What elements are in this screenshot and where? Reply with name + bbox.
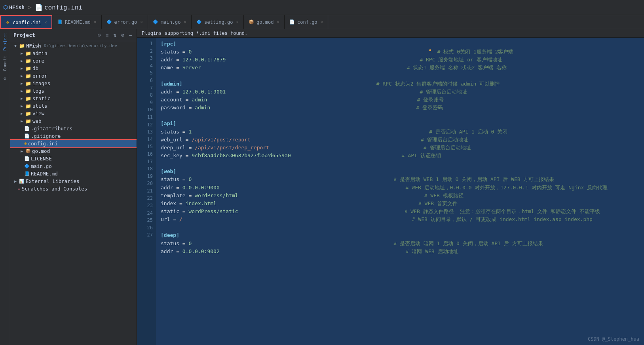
code-val-23: / (179, 215, 182, 223)
tree-item-external-libraries[interactable]: ▶ 📊 External Libraries (10, 177, 137, 185)
tree-item-utils[interactable]: ▶ 📁 utils (10, 102, 137, 110)
code-key-7: addr (161, 88, 173, 96)
editor-content[interactable]: 1 2 3 4 5 6 7 8 9 10 11 12 13 14 15 16 1… (137, 38, 644, 345)
tree-folder-icon-view: 📁 (25, 111, 31, 116)
code-val-13: /api/v1/post/report (192, 136, 251, 144)
code-comment-6: # RPC 状态为2 集群客户端的时候 admin 可以删掉 (376, 80, 500, 88)
tree-item-main-go[interactable]: 🔷 main.go (10, 162, 137, 170)
line-num-16: 16 (137, 151, 153, 158)
code-key-27: addr (161, 248, 173, 255)
code-comment-4: # 状态1 服务端 名称 状态2 客户端 名称 (407, 64, 507, 72)
tree-item-config-ini[interactable]: ⚙ config.ini (10, 140, 137, 147)
tree-toolbar-label: Project (13, 32, 35, 38)
tree-label-images: images (32, 80, 50, 86)
tree-item-core[interactable]: ▶ 📁 core (10, 57, 137, 65)
tree-arrow-external-libraries: ▶ (13, 179, 18, 183)
line-numbers: 1 2 3 4 5 6 7 8 9 10 11 12 13 14 15 16 1… (137, 38, 156, 345)
tree-item-error[interactable]: ▶ 📁 error (10, 72, 137, 80)
code-comment-9: # 登录密码 (416, 104, 443, 112)
tree-toolbar-btn-list[interactable]: ≡ (104, 32, 110, 38)
tree-folder-icon-logs: 📁 (25, 88, 31, 94)
tab-close-go-mod[interactable]: × (277, 19, 279, 25)
tree-toolbar-btn-settings[interactable]: ⚙ (120, 32, 125, 38)
tree-item-gitignore[interactable]: 📄 .gitignore (10, 132, 137, 140)
tree-item-go-mod[interactable]: ▶ 📦 go.mod (10, 147, 137, 155)
tree-item-static[interactable]: ▶ 📁 static (10, 95, 137, 102)
tree-item-images[interactable]: ▶ 📁 images (10, 80, 137, 87)
tree-folder-icon-static: 📁 (25, 96, 31, 101)
tree-label-external-libraries: External Libraries (26, 178, 79, 184)
code-key-22: static (161, 208, 179, 215)
tree-toolbar-btn-add[interactable]: ⊕ (97, 32, 102, 38)
code-val-9: admin (195, 104, 210, 112)
line-num-9: 9 (137, 99, 153, 107)
code-key-15: sec_key (161, 152, 182, 160)
code-comment-26: # 是否启动 暗网 1 启动 0 关闭，启动 API 后 方可上报结果 (393, 240, 543, 248)
line-num-27: 27 (137, 231, 153, 239)
tree-item-view[interactable]: ▶ 📁 view (10, 110, 137, 117)
tree-item-db[interactable]: ▶ 📁 db (10, 65, 137, 72)
code-val-8: admin (192, 96, 207, 104)
tree-item-license[interactable]: 📄 LICENSE (10, 155, 137, 162)
tree-item-scratches-consoles[interactable]: ✏ Scratches and Consoles (10, 185, 137, 193)
code-area[interactable]: [rpc]status = 0● # 模式 0关闭 1服务端 2客户端addr … (156, 38, 644, 345)
line-num-18: 18 (137, 165, 153, 173)
sidebar-icon-project[interactable]: Project (2, 31, 8, 52)
tree-item-admin[interactable]: ▶ 📁 admin (10, 50, 137, 57)
code-val-26: 0 (188, 240, 192, 248)
line-num-22: 22 (137, 194, 153, 202)
line-num-21: 21 (137, 187, 153, 195)
line-num-17: 17 (137, 158, 153, 166)
tree-file-icon-config-ini: ⚙ (24, 141, 27, 146)
tree-toolbar-btn-collapse[interactable]: — (128, 32, 133, 38)
tab-conf-go[interactable]: 📄 conf.go × (285, 15, 328, 29)
code-key-8: account (161, 96, 182, 104)
tree-content: ▼ 📁 HFish D:\gitee-Devolp\security-dev ▶… (10, 41, 137, 345)
code-key-2: status (161, 48, 179, 56)
tree-toolbar-btn-sort[interactable]: ⇅ (112, 32, 118, 38)
code-val-22: wordPress/static (188, 208, 238, 215)
code-key-3: addr (161, 56, 173, 64)
sidebar-icon-commit[interactable]: Commit (2, 54, 8, 73)
tab-close-config-ini[interactable]: × (44, 20, 47, 25)
tab-setting-go[interactable]: 🔷 setting.go × (192, 15, 244, 29)
line-num-19: 19 (137, 173, 153, 180)
tree-item-logs[interactable]: ▶ 📁 logs (10, 87, 137, 95)
tab-config-ini[interactable]: ⚙ config.ini × (0, 15, 52, 29)
tab-main-go[interactable]: 🔷 main.go × (148, 15, 192, 29)
code-line-1: [rpc] (161, 40, 639, 48)
tree-arrow-hfish: ▼ (13, 44, 18, 48)
code-line-14: deep_url = /api/v1/post/deep_report# 管理后… (161, 144, 639, 152)
tree-arrow-web: ▶ (19, 119, 24, 123)
code-val-15: 9cbf8a4dcb8e30682b927f352d6559a0 (192, 152, 291, 160)
tree-item-hfish-root[interactable]: ▼ 📁 HFish D:\gitee-Devolp\security-dev (10, 42, 137, 50)
tab-label-readme-md: README.md (65, 19, 91, 25)
tab-close-setting-go[interactable]: × (236, 19, 239, 25)
code-comment-21: # WEB 首页文件 (418, 200, 458, 208)
code-line-12: status = 1# 是否启动 API 1 启动 0 关闭 (161, 128, 639, 136)
tab-readme-md[interactable]: 📘 README.md × (52, 15, 102, 29)
code-key-19: addr (161, 184, 173, 192)
tree-item-gitattributes[interactable]: 📄 .gitattributes (10, 125, 137, 132)
code-key-26: status (161, 240, 179, 248)
code-key-13: web_url (161, 136, 182, 144)
code-comment-7: # 管理后台启动地址 (420, 88, 467, 96)
code-val-7: 127.0.0.1:9001 (182, 88, 226, 96)
tab-go-mod[interactable]: 📦 go.mod × (244, 15, 285, 29)
code-line-13: web_url = /api/v1/post/report# 管理后台启动地址 (161, 136, 639, 144)
tab-icon-go-main: 🔷 (153, 19, 158, 25)
tree-file-icon-scratch: ✏ (18, 186, 21, 191)
tab-close-readme-md[interactable]: × (94, 19, 97, 25)
code-line-2: status = 0● # 模式 0关闭 1服务端 2客户端 (161, 48, 639, 56)
tree-item-web[interactable]: ▶ 📁 web (10, 117, 137, 125)
code-section-deep: [deep] (161, 231, 179, 239)
tree-item-readme-md[interactable]: 📘 README.md (10, 170, 137, 177)
sidebar-icon-settings[interactable]: ⚙ (2, 74, 8, 83)
tab-close-error-go[interactable]: × (140, 19, 143, 25)
tab-label-conf-go: conf.go (297, 19, 317, 25)
tree-arrow-view: ▶ (19, 111, 24, 116)
tab-error-go[interactable]: 🔷 error.go × (102, 15, 148, 29)
tab-label-config-ini: config.ini (13, 20, 41, 25)
tab-close-conf-go[interactable]: × (321, 19, 323, 25)
tab-close-main-go[interactable]: × (184, 19, 187, 25)
